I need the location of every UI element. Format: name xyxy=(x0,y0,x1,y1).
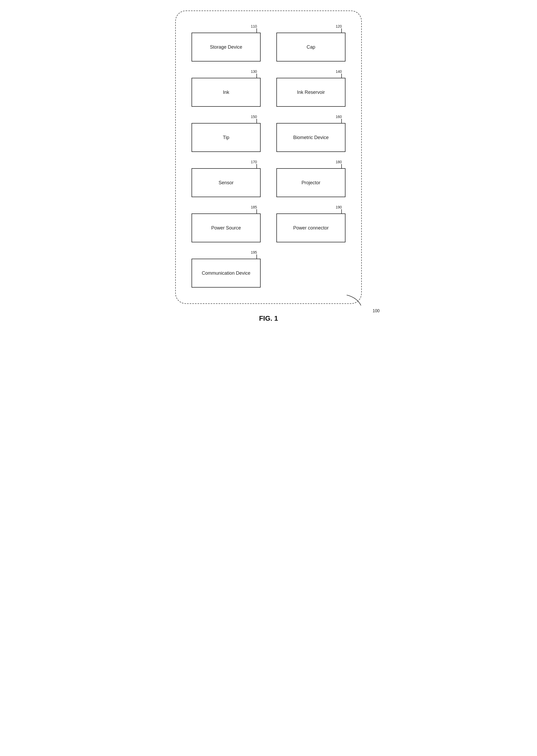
box-ink: Ink xyxy=(191,78,261,107)
box-power-source: Power Source xyxy=(191,213,261,243)
tick-195 xyxy=(256,254,257,259)
tick-140 xyxy=(341,73,342,78)
tick-170 xyxy=(256,164,257,168)
ref-185: 185 xyxy=(251,205,257,209)
ref-150: 150 xyxy=(251,114,257,119)
ref-160: 160 xyxy=(336,114,342,119)
box-power-connector: Power connector xyxy=(276,213,346,243)
empty-cell-last-row xyxy=(276,250,346,288)
tick-120 xyxy=(341,28,342,33)
ref-110: 110 xyxy=(251,24,257,28)
ref-100-label: 100 xyxy=(373,309,380,313)
ref-100-svg xyxy=(344,295,365,308)
cell-tip: 150 Tip xyxy=(191,114,261,152)
box-ink-reservoir: Ink Reservoir xyxy=(276,78,346,107)
box-projector: Projector xyxy=(276,168,346,197)
label-projector: Projector xyxy=(299,180,323,186)
cell-ink-reservoir: 140 Ink Reservoir xyxy=(276,69,346,107)
cell-storage-device: 110 Storage Device xyxy=(191,24,261,62)
diagram-grid: 110 Storage Device 120 Cap 13 xyxy=(191,24,346,288)
label-tip: Tip xyxy=(220,135,232,140)
ref-130: 130 xyxy=(251,69,257,73)
ref-100-indicator xyxy=(344,295,365,309)
tick-180 xyxy=(341,164,342,168)
label-communication-device: Communication Device xyxy=(199,271,253,276)
label-biometric-device: Biometric Device xyxy=(291,135,331,140)
cell-biometric-device: 160 Biometric Device xyxy=(276,114,346,152)
cell-cap: 120 Cap xyxy=(276,24,346,62)
label-power-source: Power Source xyxy=(209,225,244,231)
cell-ink: 130 Ink xyxy=(191,69,261,107)
cell-power-source: 185 Power Source xyxy=(191,205,261,243)
label-ink-reservoir: Ink Reservoir xyxy=(294,90,327,95)
label-ink: Ink xyxy=(220,90,232,95)
box-communication-device: Communication Device xyxy=(191,259,261,288)
cell-projector: 180 Projector xyxy=(276,160,346,197)
cell-sensor: 170 Sensor xyxy=(191,160,261,197)
ref-100-text: 100 xyxy=(373,309,380,313)
tick-150 xyxy=(256,119,257,123)
ref-180: 180 xyxy=(336,160,342,164)
ref-120: 120 xyxy=(336,24,342,28)
ref-190: 190 xyxy=(336,205,342,209)
cell-communication-device: 195 Communication Device xyxy=(191,250,261,288)
ref-195: 195 xyxy=(251,250,257,254)
tick-130 xyxy=(256,73,257,78)
label-sensor: Sensor xyxy=(216,180,236,186)
box-tip: Tip xyxy=(191,123,261,152)
tick-110 xyxy=(256,28,257,33)
label-storage-device: Storage Device xyxy=(207,44,245,50)
label-cap: Cap xyxy=(304,44,318,50)
box-biometric-device: Biometric Device xyxy=(276,123,346,152)
page-wrapper: 110 Storage Device 120 Cap 13 xyxy=(175,11,362,323)
box-storage-device: Storage Device xyxy=(191,33,261,62)
cell-power-connector: 190 Power connector xyxy=(276,205,346,243)
ref-170: 170 xyxy=(251,160,257,164)
figure-label: FIG. 1 xyxy=(175,314,362,323)
box-sensor: Sensor xyxy=(191,168,261,197)
ref-140: 140 xyxy=(336,69,342,73)
box-cap: Cap xyxy=(276,33,346,62)
tick-160 xyxy=(341,119,342,123)
label-power-connector: Power connector xyxy=(291,225,331,231)
tick-190 xyxy=(341,209,342,213)
tick-185 xyxy=(256,209,257,213)
diagram-container: 110 Storage Device 120 Cap 13 xyxy=(175,11,362,304)
